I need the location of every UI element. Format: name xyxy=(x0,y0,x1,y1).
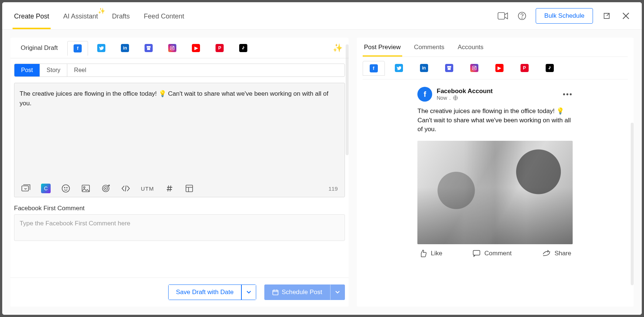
facebook-icon: f xyxy=(370,64,378,72)
svg-point-5 xyxy=(173,46,174,47)
original-draft-tab[interactable]: Original Draft xyxy=(14,39,64,57)
svg-rect-0 xyxy=(498,13,505,19)
char-count: 119 xyxy=(328,185,338,192)
like-icon xyxy=(419,249,427,258)
save-draft-button[interactable]: Save Draft with Date xyxy=(168,284,241,300)
post-text-input[interactable]: The creative juices are flowing in the o… xyxy=(14,83,345,180)
fb-preview-header: f Facebook Account Now . ••• xyxy=(417,87,573,102)
top-actions: Bulk Schedule xyxy=(497,8,631,24)
tab-comments[interactable]: Comments xyxy=(413,39,446,57)
hashtag-icon[interactable] xyxy=(165,184,174,193)
schedule-post-button[interactable]: Schedule Post xyxy=(264,284,330,300)
save-draft-chevron[interactable] xyxy=(241,284,256,300)
fb-comment-button[interactable]: Comment xyxy=(472,249,512,258)
channel-twitter[interactable] xyxy=(91,41,112,55)
twitter-icon xyxy=(395,64,403,72)
scrollbar[interactable] xyxy=(631,123,634,285)
image-icon[interactable] xyxy=(81,184,91,193)
instagram-icon xyxy=(168,44,176,52)
fb-account-name: Facebook Account xyxy=(437,88,492,95)
help-icon[interactable] xyxy=(516,10,528,21)
fb-post-time: Now xyxy=(437,95,447,101)
channel-pinterest[interactable]: P xyxy=(209,41,230,55)
canva-icon[interactable]: C xyxy=(41,184,51,193)
comment-icon xyxy=(472,250,481,257)
preview-channel-pinterest[interactable]: P xyxy=(513,61,536,75)
channel-gmb[interactable] xyxy=(138,41,159,55)
svg-point-19 xyxy=(475,67,475,67)
preview-channel-youtube[interactable]: ▶ xyxy=(488,61,511,75)
preview-panel: Post Preview Comments Accounts f in ▶ P … xyxy=(357,38,634,307)
svg-point-18 xyxy=(473,67,475,69)
fb-post-meta: Now . xyxy=(437,95,492,101)
preview-channel-instagram[interactable] xyxy=(463,61,485,75)
svg-point-9 xyxy=(67,187,67,188)
fb-like-button[interactable]: Like xyxy=(419,249,442,258)
channel-facebook[interactable]: f xyxy=(67,41,88,56)
svg-point-11 xyxy=(84,187,85,188)
tab-ai-assistant-label: AI Assistant xyxy=(63,13,98,20)
twitter-icon xyxy=(97,44,105,52)
avatar: f xyxy=(417,87,432,102)
compose-panel: Original Draft f in ▶ P ✨ Post Story Ree… xyxy=(10,38,349,307)
youtube-icon: ▶ xyxy=(192,44,200,52)
fb-preview-image xyxy=(417,141,573,244)
scrollbar[interactable] xyxy=(346,44,349,155)
expand-icon[interactable] xyxy=(601,10,612,21)
more-icon[interactable]: ••• xyxy=(563,90,573,99)
ai-sparkle-icon[interactable]: ✨ xyxy=(333,43,343,53)
tab-ai-assistant[interactable]: AI Assistant ✨ xyxy=(62,4,99,29)
facebook-preview-card: f Facebook Account Now . ••• The creativ… xyxy=(417,87,573,258)
svg-point-4 xyxy=(172,47,173,49)
tab-create-post[interactable]: Create Post xyxy=(13,4,51,29)
topbar: Create Post AI Assistant ✨ Drafts Feed C… xyxy=(2,2,642,30)
template-icon[interactable] xyxy=(184,184,194,193)
preview-tabs: Post Preview Comments Accounts xyxy=(363,39,628,57)
first-comment-label: Facebook First Comment xyxy=(14,205,345,212)
svg-point-14 xyxy=(105,188,106,189)
close-icon[interactable] xyxy=(620,10,631,21)
editor-box: The creative juices are flowing in the o… xyxy=(14,83,345,197)
post-type-reel[interactable]: Reel xyxy=(67,64,93,76)
sparkle-icon: ✨ xyxy=(98,7,105,14)
utm-button[interactable]: UTM xyxy=(141,185,154,192)
fb-preview-body: The creative juices are flowing in the o… xyxy=(417,107,573,134)
post-type-story[interactable]: Story xyxy=(40,64,67,76)
tab-accounts[interactable]: Accounts xyxy=(456,39,485,57)
bulk-schedule-button[interactable]: Bulk Schedule xyxy=(536,8,593,24)
tab-drafts[interactable]: Drafts xyxy=(111,4,131,29)
first-comment-input[interactable]: Type the Facebook First Comment here xyxy=(14,214,345,241)
media-library-icon[interactable] xyxy=(21,184,31,193)
youtube-icon: ▶ xyxy=(495,64,504,72)
preview-channel-facebook[interactable]: f xyxy=(363,61,385,76)
svg-rect-15 xyxy=(186,185,193,192)
tab-post-preview[interactable]: Post Preview xyxy=(363,39,402,57)
channel-linkedin[interactable]: in xyxy=(115,41,135,55)
fb-share-button[interactable]: Share xyxy=(542,249,571,258)
preview-channel-twitter[interactable] xyxy=(388,61,410,75)
post-type-post[interactable]: Post xyxy=(14,64,40,76)
channel-tabs: Original Draft f in ▶ P ✨ xyxy=(10,38,349,58)
svg-rect-21 xyxy=(473,250,480,255)
linkedin-icon: in xyxy=(420,64,428,72)
channel-tiktok[interactable] xyxy=(233,41,254,55)
emoji-icon[interactable] xyxy=(61,184,71,193)
globe-icon xyxy=(453,95,458,100)
instagram-icon xyxy=(470,64,478,72)
tab-feed-content[interactable]: Feed Content xyxy=(142,4,186,29)
video-icon[interactable] xyxy=(497,10,508,21)
schedule-post-chevron[interactable] xyxy=(330,284,345,300)
code-icon[interactable] xyxy=(121,184,131,193)
tiktok-icon xyxy=(546,64,554,72)
preview-channel-gmb[interactable] xyxy=(438,61,460,75)
first-comment-placeholder-text: Type the Facebook First Comment here xyxy=(20,220,131,227)
linkedin-icon: in xyxy=(121,44,129,52)
channel-youtube[interactable]: ▶ xyxy=(186,41,206,55)
preview-channel-tiktok[interactable] xyxy=(539,61,561,75)
preview-channel-linkedin[interactable]: in xyxy=(413,61,435,75)
gmb-icon xyxy=(145,44,153,52)
target-icon[interactable] xyxy=(101,184,111,193)
facebook-icon: f xyxy=(74,44,82,52)
channel-instagram[interactable] xyxy=(162,41,183,55)
schedule-post-split: Schedule Post xyxy=(264,284,345,300)
